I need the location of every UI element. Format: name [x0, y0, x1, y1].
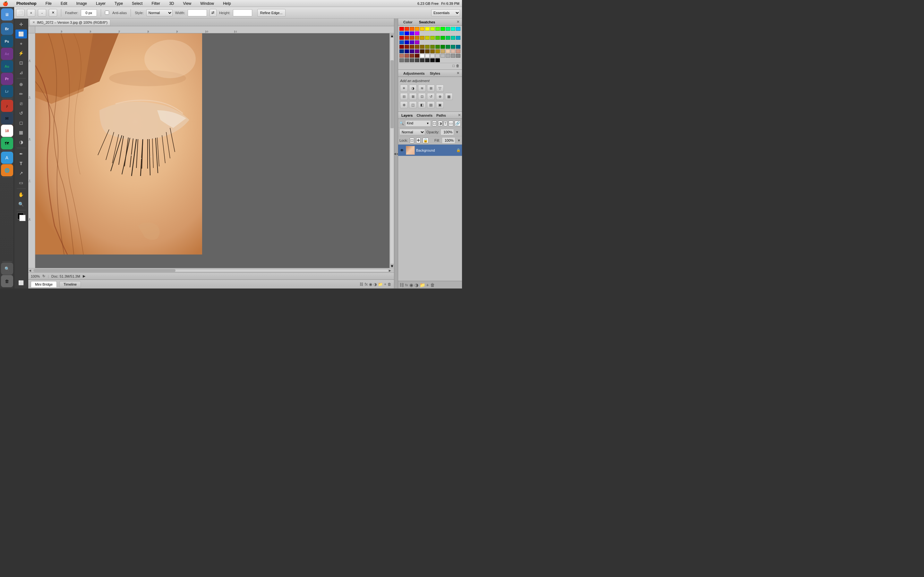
color-swatch[interactable] — [399, 58, 404, 62]
apple-menu[interactable]: 🍎 — [3, 1, 8, 6]
width-input[interactable] — [188, 9, 207, 16]
swatches-tab[interactable]: Swatches — [417, 19, 438, 25]
panel-group-btn[interactable]: 📁 — [378, 282, 383, 287]
color-swatch[interactable] — [410, 54, 414, 58]
color-panel-close[interactable]: ✕ — [457, 20, 459, 24]
scrollbar-track-v[interactable] — [391, 38, 394, 263]
swatches-delete-btn[interactable]: 🗑 — [456, 64, 459, 68]
horizontal-scrollbar[interactable]: ◀ ▶ — [28, 268, 394, 272]
lock-pos-btn[interactable]: ✚ — [416, 137, 421, 143]
color-swatch[interactable] — [420, 27, 425, 31]
layer-background[interactable]: 👁 Background 🔒 — [398, 145, 462, 156]
color-swatch[interactable] — [430, 49, 435, 53]
color-swatch[interactable] — [425, 49, 430, 53]
filter-dropdown-arrow[interactable]: ▼ — [426, 122, 429, 125]
gradient-tool[interactable]: ▦ — [15, 128, 27, 137]
layers-tab[interactable]: Layers — [399, 113, 415, 118]
color-swatch[interactable] — [420, 58, 425, 62]
color-swatch[interactable] — [399, 40, 404, 44]
eyedropper-tool[interactable]: ⊿ — [15, 68, 27, 77]
dock-finder[interactable]: 🖥 — [1, 8, 13, 21]
adj-posterize-btn[interactable]: ◫ — [409, 101, 417, 108]
color-swatch[interactable] — [405, 49, 409, 53]
adj-brightness-btn[interactable]: ☀ — [400, 85, 408, 92]
color-swatch[interactable] — [410, 36, 414, 40]
color-swatch[interactable] — [399, 45, 404, 49]
color-swatch[interactable] — [456, 27, 460, 31]
color-swatch[interactable] — [425, 54, 430, 58]
dock-appstore[interactable]: A — [1, 152, 13, 164]
color-swatch[interactable] — [420, 45, 425, 49]
color-swatch[interactable] — [420, 49, 425, 53]
adj-photofilter-btn[interactable]: ↺ — [427, 93, 435, 100]
menu-file[interactable]: File — [44, 1, 53, 6]
selection-subtract-btn[interactable]: - — [38, 9, 46, 17]
color-swatch[interactable] — [430, 58, 435, 62]
color-swatch[interactable] — [410, 49, 414, 53]
color-swatch[interactable] — [441, 54, 445, 58]
layer-fx-btn[interactable]: fx — [405, 283, 408, 287]
vertical-scrollbar[interactable]: ▲ ▼ — [389, 33, 394, 268]
new-layer-btn[interactable]: + — [426, 282, 429, 287]
dock-after-effects[interactable]: Ae — [1, 48, 13, 60]
color-swatch[interactable] — [451, 36, 455, 40]
brush-tool[interactable]: ✏ — [15, 89, 27, 98]
color-swatch[interactable] — [399, 31, 404, 35]
status-advance-btn[interactable]: ▶ — [83, 274, 86, 278]
dock-premiere[interactable]: Pr — [1, 73, 13, 85]
panel-link-btn[interactable]: ⛓ — [360, 282, 363, 287]
panel-new-btn[interactable]: + — [384, 282, 386, 287]
color-swatch[interactable] — [430, 45, 435, 49]
color-swatch[interactable] — [451, 27, 455, 31]
pen-tool[interactable]: ✒ — [15, 149, 27, 158]
layer-adj-btn[interactable]: ◑ — [415, 282, 418, 287]
filter-pixel-btn[interactable]: ⊡ — [432, 121, 437, 126]
color-swatch[interactable] — [415, 36, 419, 40]
color-swatch[interactable] — [451, 54, 455, 58]
swatches-create-btn[interactable]: □ — [452, 64, 455, 68]
dock-audition[interactable]: Au — [1, 60, 13, 73]
adj-levels-btn[interactable]: ◑ — [409, 85, 417, 92]
move-tool[interactable]: ✛ — [15, 20, 27, 29]
menu-layer[interactable]: Layer — [94, 1, 107, 6]
color-swatch[interactable] — [451, 45, 455, 49]
scrollbar-thumb-v[interactable] — [391, 60, 394, 128]
anti-alias-checkbox[interactable] — [105, 11, 109, 15]
color-swatch[interactable] — [441, 49, 445, 53]
color-swatch[interactable] — [415, 54, 419, 58]
spot-heal-tool[interactable]: ⊕ — [15, 80, 27, 89]
delete-layer-btn[interactable]: 🗑 — [430, 282, 435, 287]
layer-visibility-btn[interactable]: 👁 — [399, 148, 405, 153]
dock-trash[interactable]: 🗑 — [1, 275, 13, 287]
color-swatch[interactable] — [441, 27, 445, 31]
background-color[interactable] — [19, 215, 26, 221]
scrollbar-up-arrow[interactable]: ▲ — [391, 34, 394, 37]
adj-threshold-btn[interactable]: ◧ — [418, 101, 426, 108]
zoom-tool[interactable]: 🔍 — [15, 200, 27, 209]
color-swatch[interactable] — [410, 31, 414, 35]
right-collapse-strip[interactable]: ◀◀ — [394, 19, 398, 288]
color-swatch[interactable] — [405, 54, 409, 58]
adj-gradientmap-btn[interactable]: ▤ — [427, 101, 435, 108]
color-swatch[interactable] — [435, 54, 440, 58]
height-input[interactable] — [233, 9, 252, 16]
color-swatch[interactable] — [415, 31, 419, 35]
selection-mode-btn[interactable]: ⬜ — [16, 9, 24, 17]
color-swatch[interactable] — [446, 36, 450, 40]
selection-add-btn[interactable]: + — [27, 9, 35, 17]
filter-smart-btn[interactable]: 🔗 — [455, 121, 461, 126]
color-swatch[interactable] — [415, 49, 419, 53]
opacity-input[interactable] — [441, 129, 454, 135]
dock-photoshop[interactable]: Ps — [1, 35, 13, 47]
layer-kind-filter[interactable]: Kind ▼ — [405, 120, 431, 127]
color-swatch[interactable] — [420, 36, 425, 40]
filter-type-btn[interactable]: T — [444, 121, 447, 126]
color-swatch[interactable] — [415, 27, 419, 31]
menu-window[interactable]: Window — [198, 1, 216, 6]
channels-tab[interactable]: Channels — [415, 113, 435, 118]
color-swatch[interactable] — [399, 36, 404, 40]
adj-selectivecolor-btn[interactable]: ▣ — [436, 101, 444, 108]
color-swatch[interactable] — [456, 45, 460, 49]
fill-dropdown-arrow[interactable]: ▼ — [457, 139, 461, 142]
filter-adj-btn[interactable]: ◑ — [438, 121, 443, 126]
